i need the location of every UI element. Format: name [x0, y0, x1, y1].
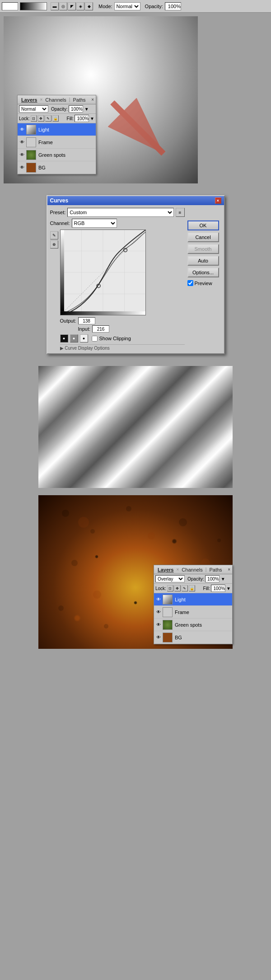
canvas-and-layers-1: Layers × Channels | Paths × Normal Opaci…: [4, 16, 198, 183]
sample-shadow-icon[interactable]: ●: [60, 334, 68, 342]
tab-layers-1[interactable]: Layers: [19, 97, 39, 103]
layers-opacity-input-1[interactable]: [69, 105, 83, 113]
layers-mode-select-1[interactable]: Normal: [19, 105, 48, 113]
sample-highlight-icon[interactable]: ●: [80, 334, 88, 342]
curves-auto-btn[interactable]: Auto: [187, 256, 219, 266]
mode-select[interactable]: Normal: [114, 2, 140, 10]
opacity-input[interactable]: [165, 2, 181, 10]
lock-icon-1[interactable]: ⊡: [31, 115, 37, 122]
layers-lock-row-2: Lock: ⊡ ✥ ✎ 🔒 Fill: ▼: [154, 584, 232, 593]
tab-layers-2[interactable]: Layers: [156, 567, 175, 573]
lock-all-icon-1[interactable]: 🔒: [52, 115, 59, 122]
svg-line-1: [112, 103, 164, 154]
foreground-color-box[interactable]: [2, 2, 18, 10]
curves-close-btn[interactable]: ×: [215, 197, 221, 204]
curves-cancel-btn[interactable]: Cancel: [187, 232, 219, 242]
layer-thumb-greenspots-2: [163, 620, 173, 630]
layers-panel-container-2: Layers × Channels | Paths × Overlay Opac…: [154, 565, 233, 644]
layer-eye-greenspots-2[interactable]: 👁: [155, 622, 162, 628]
layers-opacity-arrow-1[interactable]: ▼: [84, 107, 89, 112]
curves-preset-select[interactable]: Custom: [67, 208, 173, 217]
layers-tabs-2: Layers × Channels | Paths ×: [154, 565, 232, 574]
layer-row-frame-2[interactable]: 👁 Frame: [154, 606, 232, 619]
layers-opacity-arrow-2[interactable]: ▼: [221, 577, 225, 581]
layer-eye-greenspots-1[interactable]: 👁: [19, 152, 25, 158]
curves-output-label: Output:: [60, 318, 76, 324]
tab-channels-2[interactable]: Channels: [180, 567, 204, 573]
gradient-type-icons: ▬ ◎ ◤ ◈ ◆: [51, 2, 93, 10]
tab-channels-1[interactable]: Channels: [43, 97, 68, 103]
layers-opacity-label-2: Opacity:: [187, 577, 204, 581]
fill-arrow-2[interactable]: ▼: [226, 586, 231, 591]
curves-options-btn[interactable]: Options...: [187, 267, 219, 277]
layers-close-2[interactable]: ×: [228, 567, 230, 572]
curves-smooth-btn[interactable]: Smooth: [187, 244, 219, 254]
lock-paint-icon-1[interactable]: ✎: [45, 115, 51, 122]
layer-eye-frame-1[interactable]: 👁: [19, 139, 25, 145]
layers-mode-select-2[interactable]: Overlay: [155, 575, 185, 582]
layer-name-frame-1: Frame: [38, 140, 53, 145]
layer-name-greenspots-2: Green spots: [175, 622, 202, 628]
fill-input-2[interactable]: [211, 585, 225, 592]
svg-point-24: [78, 517, 89, 528]
curves-section: Curves × Preset: Custom ≡ Channel: RGB: [0, 187, 271, 362]
radial-gradient-icon[interactable]: ◎: [59, 2, 67, 10]
svg-point-15: [126, 506, 131, 511]
lock-icon-2[interactable]: ⊡: [167, 585, 173, 591]
lock-paint-icon-2[interactable]: ✎: [182, 585, 188, 591]
sample-midtone-icon[interactable]: ●: [70, 334, 78, 342]
lock-move-icon-2[interactable]: ✥: [174, 585, 181, 591]
curves-input-input[interactable]: [92, 325, 109, 333]
layers-opacity-input-2[interactable]: [205, 575, 220, 582]
canvas-2-metallic[interactable]: [38, 366, 233, 488]
lock-move-icon-1[interactable]: ✥: [38, 115, 44, 122]
layer-row-greenspots-1[interactable]: 👁 Green spots: [18, 149, 96, 161]
layer-eye-bg-1[interactable]: 👁: [19, 164, 25, 171]
curves-right-panel: OK Cancel Smooth Auto Options... Preview: [187, 208, 221, 351]
curves-output-input[interactable]: [78, 317, 95, 324]
curves-point-icon[interactable]: ⊕: [50, 240, 58, 249]
tab-paths-2[interactable]: Paths: [207, 567, 224, 573]
angle-gradient-icon[interactable]: ◤: [68, 2, 76, 10]
curves-preview-label: Preview: [195, 281, 212, 286]
layer-row-bg-1[interactable]: 👁 BG: [18, 161, 96, 174]
fill-arrow-1[interactable]: ▼: [90, 116, 94, 121]
curves-graph[interactable]: [60, 230, 146, 315]
layer-eye-frame-2[interactable]: 👁: [155, 609, 162, 615]
lock-all-icon-2[interactable]: 🔒: [189, 585, 195, 591]
layer-name-frame-2: Frame: [175, 610, 189, 615]
diamond-gradient-icon[interactable]: ◆: [85, 2, 93, 10]
curves-preset-menu-btn[interactable]: ≡: [176, 208, 185, 217]
fill-label-1: Fill:: [67, 116, 74, 121]
curves-display-options[interactable]: ▶ Curve Display Options: [60, 344, 185, 351]
layer-name-light-1: Light: [38, 127, 49, 132]
curves-preview-row: Preview: [187, 280, 221, 286]
curves-input-row: Input:: [78, 325, 185, 333]
curves-preview-checkbox[interactable]: [187, 280, 193, 286]
tab-paths-1[interactable]: Paths: [71, 97, 87, 103]
layer-thumb-frame-1: [26, 137, 36, 147]
layer-row-light-1[interactable]: 👁 Light: [18, 123, 96, 136]
curves-pencil-icon[interactable]: ✎: [50, 231, 58, 239]
reflected-gradient-icon[interactable]: ◈: [76, 2, 84, 10]
show-clipping-checkbox[interactable]: [92, 336, 98, 342]
layer-eye-light-2[interactable]: 👁: [155, 596, 162, 603]
layer-row-greenspots-2[interactable]: 👁 Green spots: [154, 619, 232, 631]
layer-eye-bg-2[interactable]: 👁: [155, 634, 162, 641]
lock-label-1: Lock:: [19, 116, 30, 121]
curves-ok-btn[interactable]: OK: [187, 220, 219, 230]
layer-row-bg-2[interactable]: 👁 BG: [154, 631, 232, 644]
layer-row-frame-1[interactable]: 👁 Frame: [18, 136, 96, 149]
lock-label-2: Lock:: [155, 586, 166, 591]
layer-eye-light-1[interactable]: 👁: [19, 127, 25, 133]
layer-thumb-greenspots-1: [26, 150, 36, 160]
curves-bottom-row: ● ● ● Show Clipping: [60, 334, 185, 342]
layer-row-light-2[interactable]: 👁 Light: [154, 593, 232, 606]
layer-thumb-light-1: [26, 125, 36, 135]
layers-close-1[interactable]: ×: [91, 97, 94, 102]
linear-gradient-icon[interactable]: ▬: [51, 2, 59, 10]
layer-name-bg-2: BG: [175, 635, 182, 640]
curves-channel-select[interactable]: RGB: [72, 219, 117, 228]
fill-input-1[interactable]: [75, 115, 89, 122]
gradient-preview[interactable]: [20, 2, 47, 10]
